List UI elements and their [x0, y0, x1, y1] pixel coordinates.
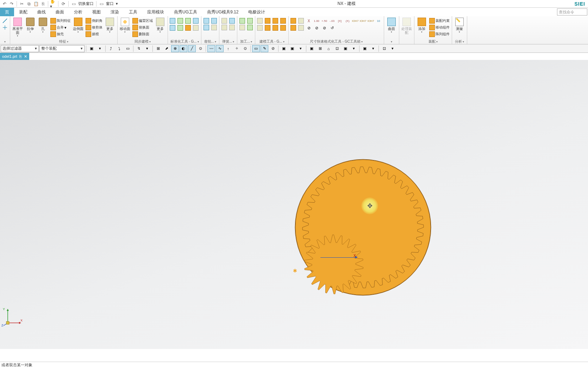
move-face-button[interactable]: 移动面▾: [119, 17, 131, 34]
filter-icon[interactable]: ▾: [369, 45, 377, 52]
spring-tool-icon[interactable]: [229, 24, 236, 31]
surface-button[interactable]: 曲面▾: [386, 17, 398, 34]
window-icon[interactable]: ▭: [98, 1, 105, 7]
std-tool-icon[interactable]: [177, 18, 183, 24]
chamfer-button[interactable]: 倒斜角: [85, 18, 103, 24]
more-feature-button[interactable]: 更多▾: [104, 17, 116, 34]
measure-button[interactable]: 📏测量▾: [453, 17, 465, 34]
datum-plane-button[interactable]: 基准平面▾: [12, 17, 24, 38]
std-tool-icon[interactable]: [177, 25, 183, 31]
move-component-button[interactable]: 移动组件: [429, 24, 450, 31]
tab-view[interactable]: 视图: [87, 8, 106, 16]
edge-blend-button[interactable]: 边倒圆▾: [72, 17, 84, 34]
document-close-icon[interactable]: ✕: [24, 54, 27, 59]
paste-special-icon[interactable]: ⎘: [40, 1, 46, 7]
tab-render[interactable]: 渲染: [106, 8, 124, 16]
dim-tool-icon[interactable]: [X]: [337, 18, 343, 24]
filter-icon[interactable]: ⌂: [325, 45, 332, 52]
window-menu-drop[interactable]: ▾: [115, 1, 119, 6]
dim-tool-icon[interactable]: 1.00: [313, 18, 320, 24]
filter-icon[interactable]: ▣: [280, 45, 288, 52]
replace-face-button[interactable]: 替换面: [132, 24, 154, 31]
dim-tool-icon[interactable]: [298, 25, 304, 31]
tab-yanxiu-ug[interactable]: 燕秀UG工具: [169, 8, 202, 16]
filter-icon[interactable]: ▣: [308, 45, 315, 52]
spring-tool-icon[interactable]: [221, 24, 228, 31]
filter-icon[interactable]: ▭: [124, 45, 132, 52]
build-tool-icon[interactable]: [264, 18, 271, 24]
filter-icon[interactable]: ▣: [342, 45, 349, 52]
trim-body-button[interactable]: 修剪体: [85, 24, 103, 31]
machining-tool-icon[interactable]: [246, 18, 254, 24]
filter-icon[interactable]: ⊞: [316, 45, 324, 52]
build-tool-icon[interactable]: [280, 25, 286, 31]
filter-icon[interactable]: ∿: [216, 45, 224, 52]
std-tool-icon[interactable]: [185, 18, 191, 24]
pattern-component-button[interactable]: 阵列组件: [429, 31, 450, 37]
dim-tool-icon[interactable]: ↺: [329, 25, 335, 31]
std-tool-icon[interactable]: [193, 25, 199, 31]
std-tool-icon[interactable]: [193, 18, 199, 24]
tab-curve[interactable]: 曲线: [32, 8, 51, 16]
dim-tool-icon[interactable]: IOH7: [352, 18, 358, 24]
filter-icon[interactable]: ✧: [233, 45, 240, 52]
tab-analysis[interactable]: 分析: [69, 8, 87, 16]
redo-icon[interactable]: ↷: [8, 1, 15, 7]
filter-icon[interactable]: ▣: [288, 45, 296, 52]
filter-icon[interactable]: ⊡: [380, 45, 388, 52]
selection-filter-combo[interactable]: 选择过滤器▾: [1, 45, 39, 52]
build-tool-icon[interactable]: [257, 25, 263, 31]
tab-application[interactable]: 应用模块: [142, 8, 169, 16]
gear-tool-icon[interactable]: [211, 18, 218, 24]
document-pin-icon[interactable]: ⎘: [19, 54, 22, 59]
filter-icon[interactable]: ▾: [350, 45, 358, 52]
filter-icon[interactable]: ▾: [96, 45, 104, 52]
machining-tool-icon[interactable]: [239, 24, 246, 31]
dim-tool-icon[interactable]: ⊘: [321, 25, 327, 31]
dim-tool-icon[interactable]: ⊘: [313, 25, 320, 31]
window-menu-button[interactable]: 窗口: [105, 1, 114, 6]
undo-icon[interactable]: ↶: [1, 1, 8, 7]
build-tool-icon[interactable]: [272, 18, 279, 24]
filter-icon[interactable]: ⊕: [171, 45, 179, 52]
build-tool-icon[interactable]: [280, 18, 286, 24]
extrude-button[interactable]: 拉伸▾: [24, 17, 36, 34]
filter-icon[interactable]: ↯: [135, 45, 143, 52]
dim-tool-icon[interactable]: [290, 25, 296, 31]
filter-icon[interactable]: ⤴: [107, 45, 115, 52]
filter-icon[interactable]: ⤵: [115, 45, 123, 52]
paste-icon[interactable]: 📋: [33, 1, 39, 7]
filter-icon[interactable]: ⬈: [163, 45, 170, 52]
dim-tool-icon[interactable]: (X): [344, 18, 351, 24]
shell-button[interactable]: 抽壳: [50, 31, 71, 37]
tab-yanxiu-mold[interactable]: 燕秀UG模具9.12: [202, 8, 243, 16]
filter-icon[interactable]: ▾: [389, 45, 396, 52]
draft-button[interactable]: 拔模: [85, 31, 103, 37]
switch-window-button[interactable]: 切换窗口: [77, 1, 94, 6]
graphics-viewport[interactable]: X ✱ Y X Z: [0, 60, 588, 349]
filter-icon[interactable]: ◐: [180, 45, 187, 52]
tab-tools[interactable]: 工具: [124, 8, 142, 16]
filter-icon[interactable]: ⊙: [241, 45, 249, 52]
gear-tool-icon[interactable]: [211, 24, 218, 31]
gear-tool-icon[interactable]: [203, 24, 210, 31]
dim-tool-icon[interactable]: [290, 18, 296, 24]
dim-tool-icon[interactable]: IOH7: [368, 18, 374, 24]
filter-icon[interactable]: ⊞: [154, 45, 162, 52]
std-tool-icon[interactable]: [169, 18, 176, 24]
line-icon[interactable]: [1, 18, 8, 24]
filter-icon[interactable]: ╱: [188, 45, 196, 52]
filter-icon[interactable]: ▣: [88, 45, 95, 52]
more-sync-button[interactable]: 更多▾: [154, 17, 166, 34]
std-tool-icon[interactable]: [169, 25, 176, 31]
spring-tool-icon[interactable]: [229, 18, 236, 24]
delete-face-button[interactable]: 删除面: [132, 31, 154, 37]
point-icon[interactable]: [1, 24, 8, 31]
build-tool-icon[interactable]: [272, 25, 279, 31]
std-tool-icon[interactable]: [185, 25, 191, 31]
filter-icon[interactable]: ⊙: [196, 45, 204, 52]
filter-icon[interactable]: ⊡: [333, 45, 341, 52]
tab-home[interactable]: 页: [0, 8, 14, 16]
copy-icon[interactable]: ⧉: [26, 1, 32, 7]
cut-icon[interactable]: ✂: [19, 1, 25, 7]
